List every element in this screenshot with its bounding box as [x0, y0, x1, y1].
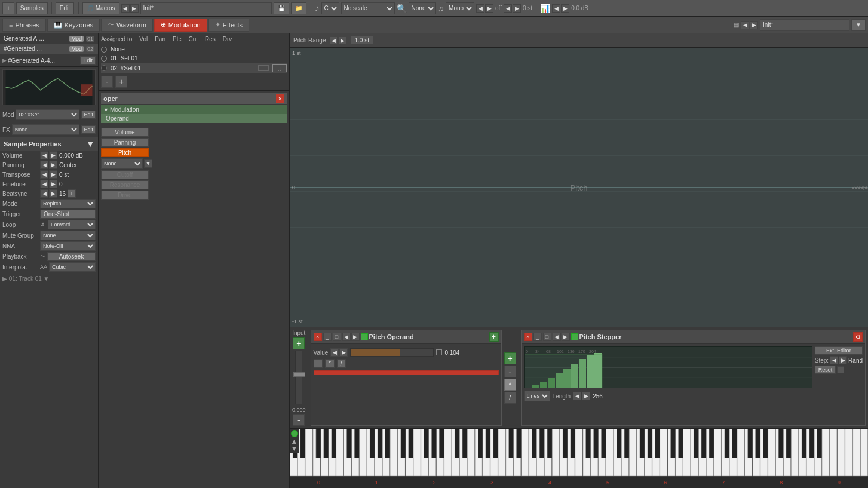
radio-set01-active[interactable]: [101, 65, 107, 71]
operand-plus-btn[interactable]: +: [489, 332, 499, 342]
playback-btn[interactable]: Autoseek: [47, 252, 96, 261]
off-next-btn[interactable]: ▶: [485, 4, 493, 13]
preset-name-input[interactable]: Init*: [140, 2, 272, 14]
remove-assignment-btn[interactable]: -: [101, 76, 113, 88]
stepper-close-btn[interactable]: ×: [524, 333, 532, 341]
stepper-enabled[interactable]: [571, 333, 578, 340]
pitch-range-down-btn[interactable]: ◀: [329, 36, 338, 45]
tab-modulation[interactable]: ⊕ Modulation: [154, 19, 207, 32]
interpol-select[interactable]: Cubic: [49, 262, 96, 272]
value-checkbox[interactable]: [436, 349, 442, 355]
tab-keyzones[interactable]: 🎹 Keyzones: [47, 19, 100, 32]
tab-phrases[interactable]: ≡ Phrases: [2, 19, 46, 32]
edit-btn[interactable]: Edit: [56, 2, 74, 14]
panning-route-btn[interactable]: Panning: [101, 138, 149, 147]
trigger-btn[interactable]: One-Shot: [40, 210, 96, 219]
minus-between-btn[interactable]: -: [504, 366, 516, 377]
stepper-next-btn[interactable]: ▶: [562, 333, 570, 341]
mute-select[interactable]: None: [40, 231, 96, 240]
operand-maximize-btn[interactable]: □: [333, 333, 341, 341]
fx-edit-btn[interactable]: Edit: [81, 125, 96, 134]
stepper-maximize-btn[interactable]: □: [543, 333, 551, 341]
operand-minus-btn[interactable]: -: [314, 359, 323, 368]
operand-enabled[interactable]: [361, 333, 368, 340]
operand-asterisk-btn[interactable]: *: [325, 359, 335, 368]
operand-minimize-btn[interactable]: _: [323, 333, 332, 341]
db-prev-btn[interactable]: ◀: [552, 4, 560, 13]
none-route-select[interactable]: None: [101, 158, 143, 169]
off-prev-btn[interactable]: ◀: [476, 4, 484, 13]
slash-between-btn[interactable]: /: [504, 392, 516, 404]
fader-thumb[interactable]: [293, 372, 305, 377]
none-select[interactable]: None: [409, 2, 436, 14]
resonance-route-btn[interactable]: Resonance: [101, 180, 149, 189]
instrument-edit-btn[interactable]: Edit: [80, 56, 96, 65]
add-assignment-btn[interactable]: +: [115, 76, 127, 88]
reset-checkbox[interactable]: [837, 366, 844, 373]
none-route-down[interactable]: ▼: [144, 159, 152, 168]
preset-save-btn[interactable]: 💾: [274, 2, 289, 14]
mode-select[interactable]: Repitch: [40, 199, 96, 208]
channel-select[interactable]: C: [321, 2, 339, 14]
mod-select[interactable]: 02: #Set...: [16, 109, 79, 120]
db-next-btn[interactable]: ▶: [561, 4, 569, 13]
preset-folder-btn[interactable]: 📁: [291, 2, 306, 14]
nna-select[interactable]: Note-Off: [40, 241, 96, 251]
scale-select[interactable]: No scale: [341, 2, 395, 14]
preset-prev-btn[interactable]: ◀: [741, 21, 749, 29]
fader-track[interactable]: [295, 351, 302, 404]
ext-editor-btn[interactable]: Ext. Editor: [815, 346, 863, 355]
pitch-range-up-btn[interactable]: ▶: [338, 36, 346, 45]
finetune-up-btn[interactable]: ▶: [49, 180, 57, 188]
samples-btn[interactable]: Samples: [16, 2, 48, 14]
stepper-prev-btn[interactable]: ◀: [553, 333, 561, 341]
tab-preset-dropdown[interactable]: ▼: [851, 19, 866, 31]
mod-edit-btn[interactable]: Edit: [81, 111, 96, 119]
asterisk-between-btn[interactable]: *: [504, 379, 516, 391]
st-prev-btn[interactable]: ◀: [504, 4, 512, 13]
add-track-btn[interactable]: +: [2, 2, 14, 14]
operand-close-btn[interactable]: ×: [314, 333, 322, 341]
drive-route-btn[interactable]: Drive: [101, 191, 149, 200]
value-up-btn[interactable]: ▶: [339, 348, 348, 357]
preset-next-btn[interactable]: ▶: [750, 21, 758, 29]
mono-select[interactable]: Mono: [446, 2, 474, 14]
length-up-btn[interactable]: ▶: [582, 392, 590, 400]
lines-select[interactable]: Lines: [524, 391, 550, 401]
value-bar[interactable]: [350, 348, 434, 357]
panning-up-btn[interactable]: ▶: [49, 161, 57, 169]
operand-prev-btn[interactable]: ◀: [342, 333, 351, 341]
fx-select[interactable]: None: [12, 124, 80, 135]
tab-preset-input[interactable]: [760, 19, 849, 31]
finetune-down-btn[interactable]: ◀: [40, 180, 48, 188]
rand-up-btn[interactable]: ▶: [839, 356, 847, 364]
loop-select[interactable]: Forward: [48, 220, 96, 229]
next-preset-btn[interactable]: ▶: [130, 4, 139, 13]
transpose-down-btn[interactable]: ◀: [40, 170, 48, 179]
stepper-minimize-btn[interactable]: _: [533, 333, 542, 341]
oper-close-btn[interactable]: ×: [276, 94, 284, 103]
beatsync-up-btn[interactable]: ▶: [49, 189, 57, 198]
plus-between-btn[interactable]: +: [504, 352, 516, 364]
st-next-btn[interactable]: ▶: [513, 4, 521, 13]
operand-slash-btn[interactable]: /: [337, 359, 346, 368]
rand-down-btn[interactable]: ◀: [830, 356, 838, 364]
operand-next-btn[interactable]: ▶: [351, 333, 360, 341]
piano-scroll-down[interactable]: ▶: [292, 445, 297, 452]
panning-down-btn[interactable]: ◀: [40, 161, 48, 169]
input-plus-btn[interactable]: +: [293, 337, 305, 349]
sample-props-collapse[interactable]: ▼: [86, 139, 94, 149]
cutoff-route-btn[interactable]: Cutoff: [101, 170, 149, 179]
tab-effects[interactable]: ✦ Effects: [208, 19, 249, 32]
volume-down-btn[interactable]: ◀: [40, 151, 48, 159]
instrument-item-1[interactable]: Generated A-... Mod 01: [0, 33, 98, 44]
operand-item[interactable]: Operand: [101, 114, 287, 123]
radio-set01[interactable]: [101, 56, 107, 62]
stepper-settings-btn[interactable]: ⚙: [853, 332, 863, 342]
prev-preset-btn[interactable]: ◀: [121, 4, 130, 13]
tab-waveform[interactable]: 〜 Waveform: [101, 19, 153, 32]
volume-up-btn[interactable]: ▶: [49, 151, 57, 159]
length-down-btn[interactable]: ◀: [573, 392, 581, 400]
reset-btn[interactable]: Reset: [815, 366, 836, 374]
beatsync-t-btn[interactable]: T: [68, 189, 76, 198]
